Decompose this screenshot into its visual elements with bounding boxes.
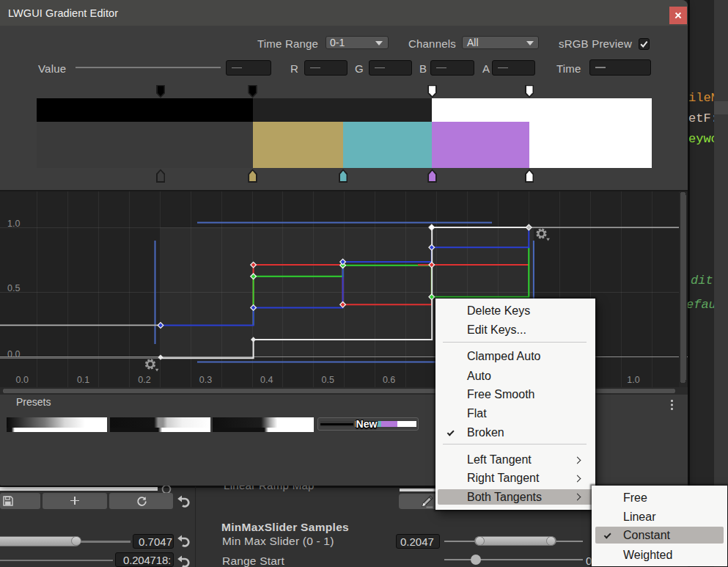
svg-text:0.3: 0.3 — [199, 375, 212, 385]
svg-text:1.0: 1.0 — [7, 219, 20, 229]
svg-text:0.1: 0.1 — [77, 375, 89, 385]
svg-text:0.4: 0.4 — [260, 375, 273, 385]
svg-text:0.5: 0.5 — [322, 375, 334, 385]
svg-text:0.6: 0.6 — [383, 375, 395, 385]
svg-text:0.0: 0.0 — [16, 375, 29, 385]
svg-text:1.0: 1.0 — [627, 375, 639, 385]
svg-text:0.0: 0.0 — [7, 349, 20, 359]
svg-text:0.2: 0.2 — [138, 375, 150, 385]
svg-text:0.5: 0.5 — [7, 283, 20, 293]
